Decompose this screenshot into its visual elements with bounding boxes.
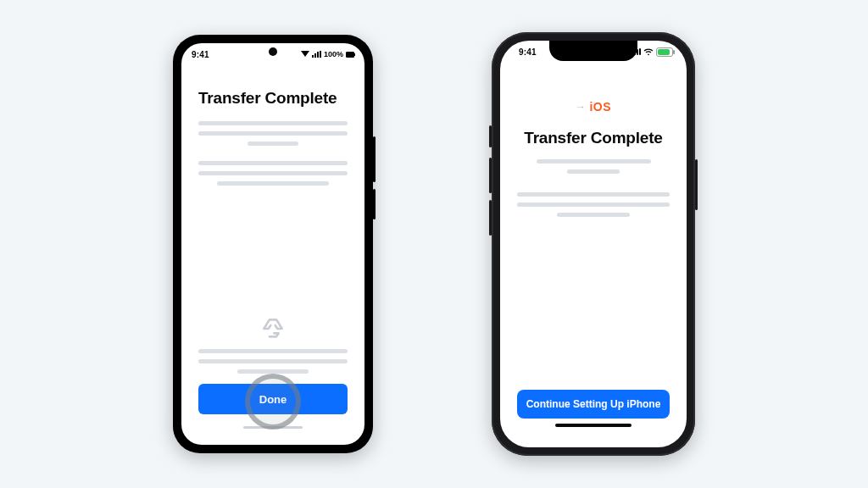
iphone-content: → iOS Transfer Complete Continue Setting… <box>500 63 687 447</box>
placeholder-line <box>198 359 348 363</box>
iphone-clock: 9:41 <box>519 47 537 57</box>
move-to-ios-logo: → iOS <box>576 100 611 114</box>
iphone-volume-down <box>489 200 492 236</box>
android-front-camera <box>269 47 277 56</box>
placeholder-line <box>517 192 670 197</box>
signal-icon <box>312 51 321 58</box>
recycle-icon <box>259 315 287 342</box>
android-content: Transfer Complete <box>181 65 364 445</box>
placeholder-line <box>217 181 329 186</box>
wifi-icon <box>643 48 654 56</box>
ios-logo-text: iOS <box>589 100 611 114</box>
android-phone-frame: 9:41 100% Transfer Complete <box>173 35 373 453</box>
android-nav-bar <box>198 421 348 433</box>
android-clock: 9:41 <box>192 50 209 59</box>
placeholder-text-block <box>198 121 348 146</box>
placeholder-line <box>198 121 348 125</box>
placeholder-line <box>237 369 309 374</box>
battery-text: 100% <box>324 50 343 58</box>
iphone-home-indicator <box>517 419 670 435</box>
placeholder-text-block <box>198 349 348 374</box>
android-power-button <box>373 136 376 182</box>
android-title: Transfer Complete <box>198 89 337 108</box>
iphone-silent-switch <box>489 125 492 147</box>
android-volume-button <box>373 189 376 219</box>
iphone-title: Transfer Complete <box>524 129 662 147</box>
iphone-notch <box>549 41 637 61</box>
placeholder-line <box>248 141 298 146</box>
placeholder-line <box>198 131 348 136</box>
iphone-volume-up <box>489 158 492 193</box>
android-nav-pill <box>243 426 303 429</box>
continue-setup-button[interactable]: Continue Setting Up iPhone <box>517 390 670 419</box>
arrow-right-icon: → <box>576 101 587 113</box>
done-button[interactable]: Done <box>198 384 348 414</box>
iphone-screen: 9:41 → iOS Transfer Complete <box>500 41 687 447</box>
placeholder-line <box>537 159 651 164</box>
continue-setup-button-label: Continue Setting Up iPhone <box>526 398 661 410</box>
placeholder-text-block <box>517 159 670 174</box>
wifi-icon <box>301 51 309 57</box>
placeholder-line <box>198 161 348 165</box>
placeholder-text-block <box>517 192 670 217</box>
iphone-frame: 9:41 → iOS Transfer Complete <box>492 32 695 456</box>
placeholder-text-block <box>198 161 348 186</box>
android-screen: 9:41 100% Transfer Complete <box>181 43 364 445</box>
done-button-label: Done <box>259 393 287 406</box>
placeholder-line <box>557 213 630 217</box>
placeholder-line <box>567 169 619 174</box>
placeholder-line <box>198 349 348 353</box>
placeholder-line <box>198 171 348 175</box>
placeholder-line <box>517 202 670 207</box>
iphone-side-button <box>695 159 698 210</box>
battery-icon <box>656 47 673 57</box>
battery-icon <box>346 52 354 58</box>
